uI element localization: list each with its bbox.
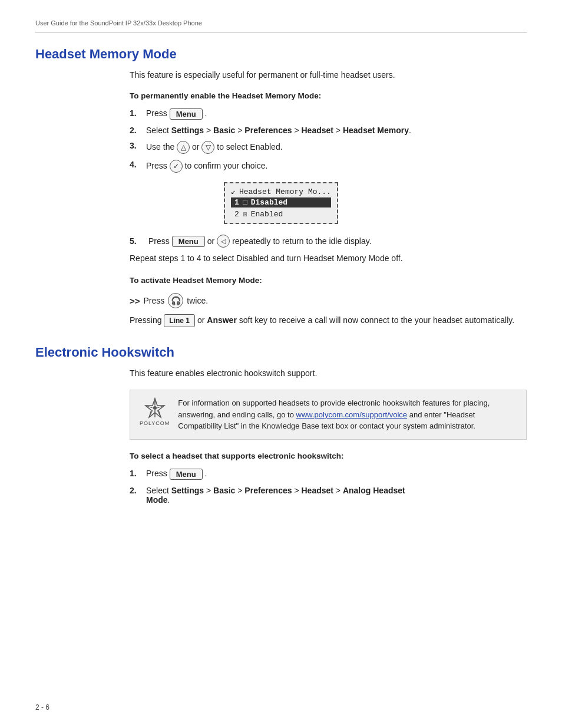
screen-box: ↙ Headset Memory Mo... 1 □ Disabled 2 ☒ …: [224, 182, 338, 224]
step5-or: or: [207, 236, 214, 246]
screen-row1-label: Disabled: [251, 198, 287, 207]
step5-text-after: repeatedly to return to the idle display…: [232, 236, 371, 246]
polycom-logo: POLYCOM: [140, 397, 170, 428]
step5-text-before: Press: [148, 236, 170, 246]
step-4: 4. Press ✓ to confirm your choice.: [130, 160, 527, 173]
screen-row2-checkbox: ☒: [243, 209, 247, 219]
hookswitch-steps-list: 1. Press Menu . 2. Select Settings > Bas…: [130, 469, 527, 505]
screen-preview: ↙ Headset Memory Mo... 1 □ Disabled 2 ☒ …: [35, 182, 527, 224]
hookswitch-step1-after: .: [205, 469, 207, 478]
enable-steps-list: 1. Press Menu . 2. Select Settings > Bas…: [130, 108, 527, 173]
step4-num: 4.: [130, 160, 143, 169]
hookswitch-step-1: 1. Press Menu .: [130, 469, 527, 480]
screen-title-row: ↙ Headset Memory Mo...: [231, 187, 331, 196]
polycom-logo-svg: [142, 397, 168, 419]
section1-intro: This feature is especially useful for pe…: [130, 70, 527, 80]
headset-icon: 🎧: [168, 293, 183, 308]
pressing-line: Pressing Line 1 or Answer soft key to re…: [130, 314, 527, 327]
top-bar: User Guide for the SoundPoint IP 32x/33x…: [35, 18, 527, 32]
step-3: 3. Use the △ or ▽ to select Enabled.: [130, 141, 527, 154]
line1-button: Line 1: [164, 314, 195, 327]
activate-subsection-title: To activate Headset Memory Mode:: [130, 276, 527, 285]
step-2: 2. Select Settings > Basic > Preferences…: [130, 126, 527, 135]
section2-title: Electronic Hookswitch: [35, 345, 527, 360]
step1-num: 1.: [130, 108, 143, 118]
down-arrow-icon: ▽: [201, 141, 214, 154]
hookswitch-step1-before: Press: [146, 469, 170, 478]
screen-row1-num: 1: [234, 198, 239, 207]
menu-button-step5: Menu: [172, 236, 205, 247]
step3-num: 3.: [130, 141, 143, 150]
hookswitch-step1-content: Press Menu .: [146, 469, 207, 480]
info-link[interactable]: www.polycom.com/support/voice: [296, 410, 408, 419]
hookswitch-step1-num: 1.: [130, 469, 143, 478]
step2-content: Select Settings > Basic > Preferences > …: [146, 126, 411, 135]
polycom-text: POLYCOM: [140, 420, 170, 428]
section-headset-memory: Headset Memory Mode This feature is espe…: [35, 47, 527, 327]
bullet-arrow: >>: [130, 296, 140, 306]
page: User Guide for the SoundPoint IP 32x/33x…: [0, 0, 562, 728]
bullet-text-after: twice.: [187, 296, 208, 305]
menu-button-step1: Menu: [170, 108, 203, 120]
hookswitch-step-2: 2. Select Settings > Basic > Preferences…: [130, 486, 527, 505]
step5-line: 5. Press Menu or ◁ repeatedly to return …: [130, 235, 527, 248]
info-box-text: For information on supported headsets to…: [178, 397, 517, 432]
step1-text-before: Press: [146, 108, 170, 118]
page-number: 2 - 6: [35, 703, 49, 711]
section2-intro: This feature enables electronic hookswit…: [130, 368, 527, 378]
hookswitch-step2-content: Select Settings > Basic > Preferences > …: [146, 486, 405, 505]
bullet-text-before: Press: [144, 296, 165, 305]
step3-content: Use the △ or ▽ to select Enabled.: [146, 141, 283, 154]
arrow-bullet: >> Press 🎧 twice.: [130, 293, 527, 308]
step5-num: 5.: [130, 236, 143, 246]
step1-text-after: .: [205, 108, 207, 118]
repeat-note: Repeat steps 1 to 4 to select Disabled a…: [130, 253, 527, 263]
up-arrow-icon: △: [177, 141, 190, 154]
hookswitch-subsection-title: To select a headset that supports electr…: [130, 452, 527, 460]
screen-title-icon: ↙: [231, 187, 236, 196]
step1-content: Press Menu .: [146, 108, 207, 120]
section1-title: Headset Memory Mode: [35, 47, 527, 62]
screen-row1-checkbox: □: [243, 198, 247, 207]
screen-row1: 1 □ Disabled: [231, 197, 331, 207]
screen-row2: 2 ☒ Enabled: [231, 209, 331, 219]
section-electronic-hookswitch: Electronic Hookswitch This feature enabl…: [35, 345, 527, 505]
info-box: POLYCOM For information on supported hea…: [130, 390, 527, 440]
step-1: 1. Press Menu .: [130, 108, 527, 120]
activate-section: To activate Headset Memory Mode: >> Pres…: [35, 276, 527, 327]
menu-button-hookswitch: Menu: [170, 469, 203, 480]
screen-row2-num: 2: [234, 210, 239, 219]
hookswitch-step2-num: 2.: [130, 486, 143, 495]
step2-num: 2.: [130, 126, 143, 135]
back-arrow-icon: ◁: [217, 235, 230, 248]
screen-title-text: Headset Memory Mo...: [239, 187, 331, 196]
enable-subsection-title: To permanently enable the Headset Memory…: [130, 91, 527, 100]
svg-point-1: [153, 406, 157, 410]
screen-row2-label: Enabled: [251, 210, 283, 219]
check-icon: ✓: [170, 160, 183, 173]
step4-content: Press ✓ to confirm your choice.: [146, 160, 267, 173]
breadcrumb: User Guide for the SoundPoint IP 32x/33x…: [35, 19, 202, 27]
